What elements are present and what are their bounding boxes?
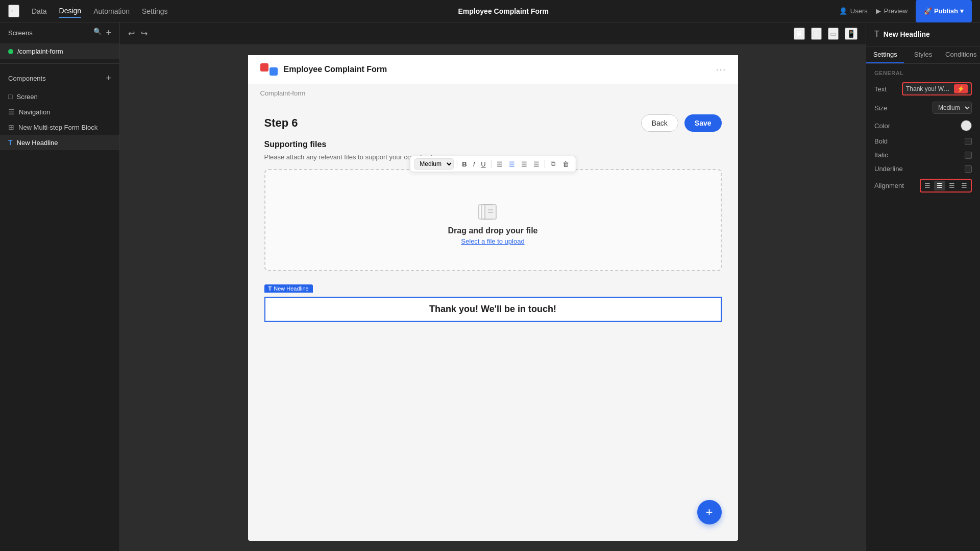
users-icon: 👤 (839, 7, 847, 15)
panel-title: New Headline (884, 30, 930, 38)
supporting-files-label: Supporting files (264, 140, 722, 149)
underline-row-label: Underline (874, 165, 903, 173)
file-upload-link[interactable]: Select a file to upload (461, 237, 524, 245)
color-row-label: Color (874, 122, 890, 130)
align-center-btn[interactable]: ☰ (934, 181, 945, 190)
size-row-label: Size (874, 104, 887, 112)
mobile-view-button[interactable]: 📱 (845, 28, 857, 40)
page-app-header: Employee Complaint Form ⋯ (248, 55, 738, 84)
lightning-button[interactable]: ⚡ (954, 84, 968, 93)
fab-button[interactable]: + (697, 500, 722, 524)
size-row-control: Medium (891, 102, 972, 114)
redo-button[interactable]: ↪ (141, 29, 148, 38)
app-name-label: Employee Complaint Form (284, 65, 387, 74)
underline-checkbox[interactable] (965, 165, 972, 173)
tablet-view-button[interactable]: ▭ (828, 28, 839, 40)
breadcrumb: Complaint-form (248, 84, 738, 102)
underline-toolbar-button[interactable]: U (479, 159, 487, 169)
panel-tab-settings[interactable]: Settings (866, 46, 904, 63)
delete-toolbar-button[interactable]: 🗑 (560, 159, 572, 169)
save-form-button[interactable]: Save (684, 114, 722, 132)
preview-label: Preview (884, 7, 908, 15)
component-screen[interactable]: □ Screen (0, 89, 119, 104)
alignment-row-control: ☰ ☰ ☰ ☰ (908, 179, 972, 193)
bold-toolbar-button[interactable]: B (460, 159, 469, 169)
toolbar-divider-1 (456, 160, 457, 168)
users-label: Users (850, 7, 868, 15)
screen-item-complaint-form[interactable]: /complaint-form (0, 43, 119, 59)
components-header: Components + (0, 68, 119, 89)
italic-row-label: Italic (874, 151, 888, 159)
align-center-toolbar[interactable]: ☰ (507, 159, 517, 169)
size-dropdown[interactable]: Medium (933, 102, 972, 114)
italic-toolbar-button[interactable]: I (471, 159, 477, 169)
form-step-header: Step 6 Back Save (264, 114, 722, 132)
component-navigation[interactable]: ☰ Navigation (0, 104, 119, 119)
bold-checkbox[interactable] (965, 138, 972, 145)
screen-comp-icon: □ (8, 92, 12, 101)
toolbar-divider-2 (491, 160, 492, 168)
align-justify-toolbar[interactable]: ☰ (531, 159, 542, 169)
color-row: Color (866, 117, 980, 134)
back-form-button[interactable]: Back (641, 114, 678, 132)
panel-title-icon: T (874, 30, 879, 39)
text-value: Thank you! We'll b... (906, 85, 952, 92)
screen-path-label: /complaint-form (17, 47, 63, 55)
panel-header: T New Headline (866, 22, 980, 46)
panel-tab-conditions[interactable]: Conditions (942, 46, 980, 63)
size-select-toolbar[interactable]: Medium (414, 158, 453, 170)
component-multistep-form[interactable]: ⊞ New Multi-step Form Block (0, 119, 119, 135)
publish-button[interactable]: 🚀 Publish ▾ (916, 0, 972, 22)
canvas-scroll: Employee Complaint Form ⋯ Complaint-form… (120, 45, 866, 551)
preview-button[interactable]: ▶ Preview (876, 7, 908, 15)
italic-row: Italic (866, 148, 980, 162)
tab-data[interactable]: Data (32, 5, 47, 17)
step-title: Step 6 (264, 116, 298, 130)
component-navigation-label: Navigation (19, 108, 50, 116)
page-options-button[interactable]: ⋯ (716, 63, 726, 76)
drop-zone[interactable]: Drag and drop your file Select a file to… (264, 169, 722, 271)
back-button[interactable]: ← (8, 5, 19, 17)
text-input-field[interactable]: Thank you! We'll b... ⚡ (902, 82, 972, 95)
headline-tag-label: New Headline (274, 285, 308, 292)
underline-row-control (907, 165, 972, 173)
align-justify-btn[interactable]: ☰ (959, 181, 970, 190)
tab-settings[interactable]: Settings (142, 5, 168, 17)
general-section-label: GENERAL (866, 64, 980, 79)
tablet-wide-view-button[interactable]: ⬚ (811, 28, 822, 40)
headline-block[interactable]: Thank you! We'll be in touch! (264, 297, 722, 322)
toolbar-view-modes: 🖥 ⬚ ▭ 📱 (794, 28, 857, 40)
alignment-group: ☰ ☰ ☰ ☰ (920, 179, 972, 193)
search-icon[interactable]: 🔍 (93, 28, 102, 38)
headline-comp-icon: T (8, 138, 13, 147)
align-left-btn[interactable]: ☰ (922, 181, 933, 190)
tab-automation[interactable]: Automation (93, 5, 130, 17)
component-form-label: New Multi-step Form Block (18, 124, 97, 131)
page-title: Employee Complaint Form (168, 7, 839, 15)
color-swatch[interactable] (961, 120, 972, 131)
toolbar-history: ↩ ↪ (128, 29, 148, 38)
screens-header: Screens 🔍 + (0, 22, 119, 43)
page-container: Employee Complaint Form ⋯ Complaint-form… (248, 55, 738, 541)
copy-toolbar-button[interactable]: ⧉ (548, 159, 558, 169)
add-screen-icon[interactable]: + (106, 28, 111, 38)
align-right-btn[interactable]: ☰ (946, 181, 958, 190)
align-right-toolbar[interactable]: ☰ (519, 159, 529, 169)
right-panel: T New Headline Settings Styles Condition… (866, 22, 980, 551)
undo-button[interactable]: ↩ (128, 29, 135, 38)
italic-checkbox[interactable] (965, 152, 972, 159)
screens-label: Screens (8, 29, 33, 37)
align-left-toolbar[interactable]: ☰ (495, 159, 505, 169)
floating-toolbar: Medium B I U ☰ ☰ ☰ ☰ ⧉ (409, 156, 576, 172)
users-button[interactable]: 👤 Users (839, 7, 868, 15)
svg-rect-2 (485, 205, 496, 219)
desktop-view-button[interactable]: 🖥 (794, 28, 805, 40)
nav-left: ← Data Design Automation Settings (8, 5, 168, 18)
add-component-icon[interactable]: + (106, 73, 111, 84)
panel-tab-styles[interactable]: Styles (904, 46, 942, 63)
tab-design[interactable]: Design (59, 5, 82, 18)
component-headline[interactable]: T New Headline (0, 135, 119, 150)
underline-row: Underline (866, 162, 980, 176)
headline-wrapper: T New Headline Thank you! We'll be in to… (264, 297, 722, 322)
dropdown-icon: ▾ (960, 7, 964, 15)
